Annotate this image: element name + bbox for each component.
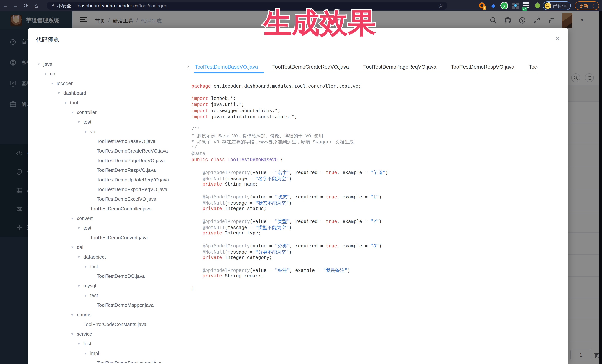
tree-node-folder[interactable]: ▾vo (85, 127, 95, 136)
code-line: import java.util.*; (191, 102, 559, 108)
tree-node-folder[interactable]: ▾test (85, 291, 98, 300)
tree-node-file[interactable]: ToolTestDemoController.java (85, 204, 151, 214)
tree-expand-caret-icon[interactable]: ▾ (78, 341, 84, 346)
tree-expand-caret-icon[interactable]: ▾ (64, 100, 70, 105)
file-tab-4[interactable]: ToolTestDemoRespVO.java (451, 61, 514, 73)
tree-expand-caret-icon[interactable]: ▾ (71, 216, 77, 220)
tree-node-folder[interactable]: ▾tool (64, 98, 78, 107)
tree-indent (91, 158, 97, 163)
tree-node-folder[interactable]: ▾iocoder (51, 79, 73, 88)
tabs-scroll-left-icon[interactable]: ‹ (187, 64, 189, 70)
browser-extensions: 1 ◆ y ◆ on (479, 0, 552, 11)
tree-expand-caret-icon[interactable]: ▾ (85, 264, 90, 269)
code-viewer[interactable]: package cn.iocoder.dashboard.modules.too… (191, 84, 559, 362)
tree-expand-caret-icon[interactable]: ▾ (71, 245, 77, 250)
tree-node-label: ToolTestDemoController.java (90, 206, 151, 212)
profile-paused-pill[interactable]: 已暂停 (543, 1, 571, 10)
code-line: private Integer category; (191, 255, 559, 261)
extension-list-icon[interactable]: on (523, 2, 530, 9)
code-line: @ApiModelProperty(value = "分类", required… (191, 243, 559, 249)
tree-node-folder[interactable]: ▾java (38, 59, 52, 69)
tree-expand-caret-icon[interactable]: ▾ (44, 72, 50, 76)
tree-node-file[interactable]: ToolTestDemoRespVO.java (91, 165, 156, 175)
bookmark-star-icon[interactable]: ☆ (438, 3, 443, 9)
tree-node-folder[interactable]: ▾impl (85, 348, 99, 358)
tree-node-folder[interactable]: ▾dashboard (58, 88, 86, 98)
tree-node-file[interactable]: ToolTestDemoConvert.java (85, 233, 148, 242)
browser-reload-icon[interactable]: ⟳ (21, 0, 31, 11)
file-tab-5[interactable]: ToolTestDemoUpdateReqVO.java (529, 61, 536, 73)
tree-node-file[interactable]: ToolTestDemoCreateReqVO.java (91, 146, 168, 156)
tree-indent (85, 207, 90, 211)
tree-expand-caret-icon[interactable]: ▾ (51, 81, 57, 86)
tree-expand-caret-icon[interactable]: ▾ (78, 120, 84, 124)
tree-indent (91, 187, 97, 192)
tree-node-file[interactable]: ToolTestDemoPageReqVO.java (91, 156, 165, 165)
browser-address-bar[interactable]: ⚠ 不安全 dashboard.yudao.iocoder.cn /tool/c… (47, 2, 447, 10)
tree-expand-caret-icon[interactable]: ▾ (71, 312, 77, 317)
tree-expand-caret-icon[interactable]: ▾ (71, 332, 77, 336)
tree-node-label: cn (50, 71, 55, 77)
tree-node-folder[interactable]: ▾cn (44, 69, 55, 79)
tree-node-folder[interactable]: ▾dal (71, 242, 83, 252)
tree-node-file[interactable]: ToolTestDemoBaseVO.java (91, 136, 155, 146)
tree-node-folder[interactable]: ▾test (78, 223, 91, 233)
tree-node-file[interactable]: ToolTestDemoMapper.java (91, 300, 154, 310)
file-tab-1[interactable]: ToolTestDemoBaseVO.java (195, 61, 258, 73)
tree-node-folder[interactable]: ▾test (78, 339, 91, 348)
tree-node-folder[interactable]: ▾service (71, 329, 92, 339)
tabs-scroll-right-icon[interactable]: › (536, 64, 538, 70)
tree-expand-caret-icon[interactable]: ▾ (85, 351, 90, 355)
code-line: @NotNull(message = "类型不能为空") (191, 224, 559, 230)
extension-y-icon[interactable]: y (501, 2, 508, 9)
tree-node-label: ToolTestDemoExportReqVO.java (97, 187, 167, 192)
tree-node-file[interactable]: ToolErrorCodeConstants.java (78, 320, 147, 329)
tree-node-folder[interactable]: ▾test (78, 117, 91, 127)
tree-node-label: dashboard (64, 90, 86, 96)
tree-node-folder[interactable]: ▾test (85, 262, 98, 271)
tree-node-file[interactable]: ToolTestDemoServiceImpl.java (91, 358, 163, 363)
extension-gem-icon[interactable]: ◆ (490, 2, 497, 9)
code-line: * 测试示例 Base VO，提供给添加、修改、详细的子 VO 使用 (191, 133, 559, 139)
file-tab-3[interactable]: ToolTestDemoPageReqVO.java (363, 61, 436, 73)
code-line (191, 261, 559, 267)
tree-expand-caret-icon[interactable]: ▾ (78, 284, 84, 288)
tree-node-label: ToolTestDemoUpdateReqVO.java (97, 177, 169, 183)
browser-back-icon[interactable]: ← (0, 0, 11, 11)
file-tabs: ‹ ToolTestDemoBaseVO.javaToolTestDemoCre… (187, 61, 540, 73)
extension-grid-icon[interactable]: ◆ (512, 3, 518, 9)
code-line: @NotNull(message = "名字不能为空") (191, 176, 559, 182)
tree-node-folder[interactable]: ▾convert (71, 214, 93, 223)
tree-expand-caret-icon[interactable]: ▾ (85, 293, 90, 298)
extension-leaf-icon[interactable] (534, 2, 541, 9)
code-line (191, 237, 559, 243)
browser-chrome: ← → ⟳ ⌂ ⚠ 不安全 dashboard.yudao.iocoder.cn… (0, 0, 602, 11)
tree-indent (91, 149, 97, 153)
tree-node-file[interactable]: ToolTestDemoExportReqVO.java (91, 185, 167, 194)
browser-menu-icon[interactable]: ⋮ (591, 4, 596, 7)
code-line (191, 188, 559, 194)
tree-expand-caret-icon[interactable]: ▾ (38, 62, 43, 66)
tree-node-file[interactable]: ToolTestDemoExcelVO.java (91, 194, 156, 204)
tree-node-folder[interactable]: ▾mysql (78, 281, 96, 291)
tree-node-label: convert (77, 216, 93, 221)
tree-node-folder[interactable]: ▾dataobject (78, 252, 106, 262)
tree-node-file[interactable]: ToolTestDemoDO.java (91, 271, 145, 281)
code-line: @ApiModelProperty(value = "状态", required… (191, 194, 559, 200)
close-icon[interactable]: × (555, 34, 560, 43)
tree-expand-caret-icon[interactable]: ▾ (58, 91, 64, 95)
tree-expand-caret-icon[interactable]: ▾ (71, 110, 77, 114)
extension-ring-icon[interactable]: 1 (479, 2, 485, 9)
tree-node-folder[interactable]: ▾enums (71, 310, 91, 320)
tree-node-label: controller (77, 110, 97, 115)
browser-home-icon[interactable]: ⌂ (31, 0, 42, 11)
file-tab-2[interactable]: ToolTestDemoCreateReqVO.java (272, 61, 349, 73)
tree-expand-caret-icon[interactable]: ▾ (78, 255, 84, 259)
code-line: */ (191, 145, 559, 151)
tree-node-folder[interactable]: ▾controller (71, 107, 97, 117)
browser-update-button[interactable]: 更新 ⋮ (575, 1, 599, 10)
browser-forward-icon[interactable]: → (11, 0, 21, 11)
tree-expand-caret-icon[interactable]: ▾ (85, 129, 90, 134)
tree-node-file[interactable]: ToolTestDemoUpdateReqVO.java (91, 175, 169, 185)
tree-expand-caret-icon[interactable]: ▾ (78, 226, 84, 230)
